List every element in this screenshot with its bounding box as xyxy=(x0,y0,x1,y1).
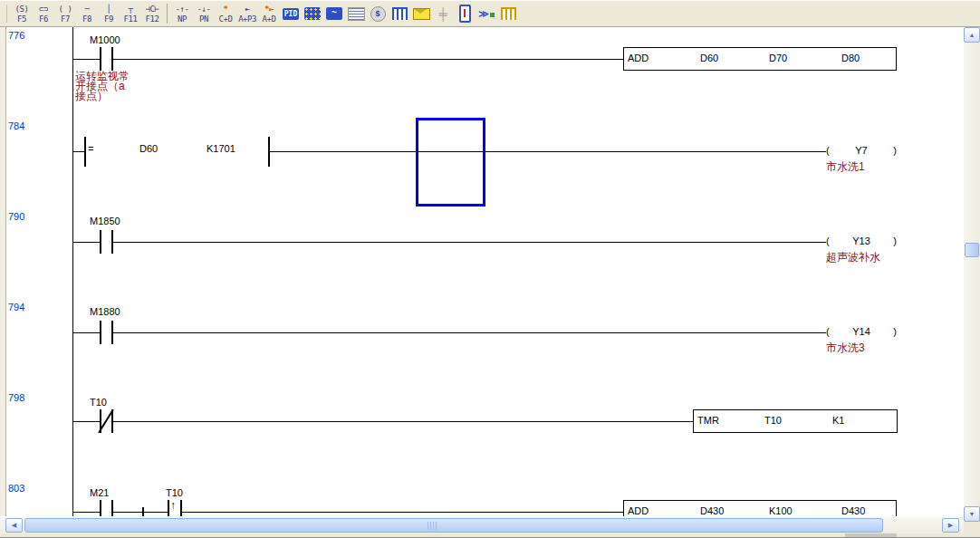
chevron-up-icon: ▲ xyxy=(969,32,975,38)
transfer-icon: ≫ xyxy=(478,8,495,20)
toolbar-button-np[interactable]: -↑- NP xyxy=(171,2,193,25)
box-operand: D60 xyxy=(700,53,718,63)
add-instruction-box[interactable]: ADD D60 D70 D80 xyxy=(623,47,897,71)
add-instruction-box[interactable]: ADD D430 K100 D430 xyxy=(623,500,897,516)
toolbar-button-cd[interactable]: * C+D xyxy=(215,2,236,25)
no-contact[interactable] xyxy=(100,230,101,254)
scroll-right-button[interactable]: ▶ xyxy=(942,518,959,533)
contact-label: M21 xyxy=(90,487,109,498)
step-number: 798 xyxy=(8,392,24,403)
vertical-scrollbar[interactable]: ▲ ▼ xyxy=(964,27,980,522)
horizontal-scroll-thumb[interactable] xyxy=(24,518,883,533)
message-button[interactable] xyxy=(410,2,432,25)
scroll-up-button[interactable]: ▲ xyxy=(964,27,980,43)
pipe-button[interactable]: ╪ xyxy=(432,2,454,25)
orange-bars-button[interactable] xyxy=(497,2,519,25)
coil-close-paren: ) xyxy=(893,145,897,156)
vertical-scroll-thumb[interactable] xyxy=(965,243,979,257)
no-contact[interactable] xyxy=(111,500,113,516)
contact-block-icon: ⊣C⊢ xyxy=(146,5,159,14)
rung-line xyxy=(270,151,826,152)
layers-icon xyxy=(348,7,365,21)
rung-line xyxy=(113,242,826,243)
rung-line xyxy=(182,512,623,513)
step-number: 776 xyxy=(8,30,24,41)
toolbar-button-ap[interactable]: ⇤ A+P3 xyxy=(236,2,258,25)
device-monitor-button[interactable] xyxy=(389,2,410,25)
box-opcode: ADD xyxy=(628,53,649,63)
coil-y14[interactable]: ( Y14 ) xyxy=(826,326,897,337)
toolbar-button-pn[interactable]: -↓- PN xyxy=(193,2,215,25)
step-number: 794 xyxy=(8,302,24,312)
currency-button[interactable]: $ xyxy=(367,2,389,25)
left-power-rail xyxy=(72,27,73,516)
selection-cursor[interactable] xyxy=(416,118,485,207)
toolbar-button-f9[interactable]: │ F9 xyxy=(98,2,120,25)
rung-line xyxy=(72,151,85,152)
waveform-monitor-button[interactable]: ~ xyxy=(323,2,345,25)
box-operand: D80 xyxy=(841,53,860,63)
coil-device: Y14 xyxy=(852,326,870,337)
rung-line xyxy=(113,332,826,333)
pipe-icon: ╪ xyxy=(438,8,447,20)
toolbar-button-f11[interactable]: ┬ F11 xyxy=(120,2,141,25)
thumb-grip xyxy=(428,522,438,530)
coil-open-paren: ( xyxy=(826,235,830,246)
compare-left-bar[interactable] xyxy=(84,137,86,167)
network-icon xyxy=(304,7,321,20)
no-contact[interactable] xyxy=(100,321,101,344)
rung-line xyxy=(113,59,623,60)
coil-annotation: 市水洗1 xyxy=(826,162,865,172)
coil-y7[interactable]: ( Y7 ) xyxy=(826,145,897,156)
branch-junction xyxy=(142,507,144,516)
contact-label: T10 xyxy=(166,487,183,498)
rising-edge-contact[interactable] xyxy=(180,500,182,516)
starburst-icon: * xyxy=(224,5,228,14)
transfer-button[interactable]: ≫ xyxy=(476,2,497,25)
tmr-instruction-box[interactable]: TMR T10 K1 xyxy=(693,409,898,433)
toolbar-button-label: NP xyxy=(178,14,187,24)
toolbar-button-f12[interactable]: ⊣C⊢ F12 xyxy=(141,2,163,25)
comm-network-button[interactable] xyxy=(302,2,323,25)
coil-device: Y13 xyxy=(852,235,870,246)
toolbar-button-ad[interactable]: *⇤ A+D xyxy=(258,2,280,25)
rung-line xyxy=(113,421,693,422)
coil-annotation: 超声波补水 xyxy=(826,253,880,263)
thermometer-icon xyxy=(459,5,471,23)
coil-close-paren: ) xyxy=(893,326,897,337)
thermometer-button[interactable] xyxy=(454,2,476,25)
rising-pulse-icon: -↑- xyxy=(176,5,189,14)
toolbar-button-f5[interactable]: (S) F5 xyxy=(11,2,33,25)
scroll-down-button[interactable]: ▼ xyxy=(964,506,980,522)
no-contact[interactable] xyxy=(100,500,101,516)
toolbar-button-f7[interactable]: ( ) F7 xyxy=(54,2,76,25)
compare-operand: D60 xyxy=(139,143,158,154)
rung-line xyxy=(72,421,100,422)
horizontal-scrollbar[interactable]: ◀ ▶ xyxy=(0,517,964,533)
ladder-canvas[interactable]: 776 M1000 运转监视常 开接点（a 接点） ADD D60 D70 D8… xyxy=(0,27,964,516)
toolbar-button-label: F7 xyxy=(61,14,70,24)
coil-annotation: 市水洗3 xyxy=(826,343,865,353)
rising-edge-icon: ↑ xyxy=(170,499,176,512)
output-coil-icon: ( ) xyxy=(59,5,72,14)
toolbar-button-label: F12 xyxy=(146,14,159,24)
layers-button[interactable] xyxy=(345,2,367,25)
toolbar-button-label: F5 xyxy=(17,14,26,24)
toolbar-button-label: F6 xyxy=(39,14,48,24)
rising-edge-contact[interactable] xyxy=(168,500,169,516)
left-arrow-bar-icon: ⇤ xyxy=(245,5,250,14)
scroll-left-button[interactable]: ◀ xyxy=(5,518,23,533)
pid-button[interactable]: PID xyxy=(280,2,302,25)
waveform-icon: ~ xyxy=(326,7,342,20)
coil-device: Y7 xyxy=(855,145,867,156)
coil-y13[interactable]: ( Y13 ) xyxy=(826,235,897,246)
toolbar-button-label: A+D xyxy=(263,14,276,24)
partial-toolbar-button[interactable] xyxy=(2,5,7,23)
coil-open-paren: ( xyxy=(826,326,830,337)
contact-label: M1000 xyxy=(90,34,120,45)
horizontal-line-icon: ─ xyxy=(85,5,90,14)
box-operand: D70 xyxy=(769,53,787,63)
toolbar-button-f6[interactable]: ⊂⊃ F6 xyxy=(33,2,54,25)
toolbar-button-f8[interactable]: ─ F8 xyxy=(76,2,98,25)
no-contact[interactable] xyxy=(100,47,101,71)
